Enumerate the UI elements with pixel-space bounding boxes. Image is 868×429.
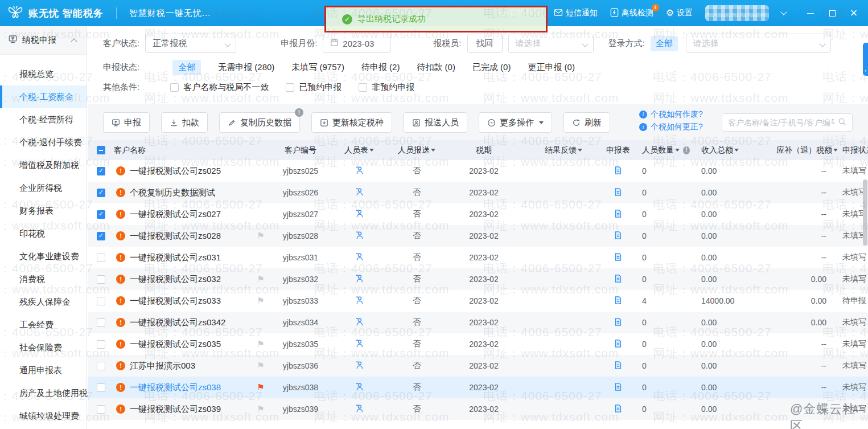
header-count[interactable]: 人员数量! [631,145,690,156]
table-row[interactable]: !个税复制历史数据测试⚑yjbszs026否2023-0200.00--未填写 [88,182,868,203]
row-checkbox[interactable] [97,383,105,392]
row-checkbox[interactable] [97,362,105,370]
sidebar-item-7[interactable]: 财务报表 [0,199,87,222]
person-report-icon[interactable] [355,295,364,307]
table-row[interactable]: !一键报税测试公司zs027⚑yjbszs027否2023-0200.00--未… [88,203,868,225]
person-report-icon[interactable] [355,230,364,242]
customer-name[interactable]: 一键报税测试公司zs025 [130,166,221,177]
form-doc-icon[interactable] [614,252,623,263]
sidebar-item-9[interactable]: 文化事业建设费 [0,245,87,268]
menu-item-3[interactable]: 离线检测! [610,8,653,19]
other-condition-3[interactable]: 非预约申报 [359,82,414,93]
status-tab-7[interactable]: 更正申报 (0) [528,62,575,73]
form-doc-icon[interactable] [614,274,623,285]
flag-icon[interactable]: ⚑ [257,382,264,393]
form-doc-icon[interactable] [614,296,623,307]
toolbar-button-1[interactable]: 申报 [103,112,150,133]
checkbox-icon[interactable] [359,83,367,92]
status-tab-2[interactable]: 无需申报 (280) [218,62,274,73]
sidebar-item-3[interactable]: 个税-经营所得 [0,108,87,131]
user-account-blurred[interactable] [705,5,769,21]
help-link-1[interactable]: i个税如何作废? [639,108,703,121]
table-row[interactable]: !一键报税测试公司zs035⚑yjbszs035否2023-0200.00--未… [88,333,868,355]
form-doc-icon[interactable] [614,231,623,242]
form-doc-icon[interactable] [614,209,623,220]
person-report-icon[interactable] [355,209,364,220]
search-input[interactable] [728,118,834,127]
person-report-icon[interactable] [355,338,364,350]
header-tax[interactable]: 应补（退）税额 [770,145,842,156]
sidebar-item-1[interactable]: 报税总览 [0,63,87,85]
vertical-scrollbar-thumb[interactable] [863,179,867,246]
report-month-picker[interactable]: 2023-03 [323,34,391,53]
customer-name[interactable]: 一键报税测试公司zs033 [130,296,221,307]
status-tab-1[interactable]: 全部 [172,60,201,75]
minimize-button[interactable] [802,5,819,22]
status-tab-6[interactable]: 已完成 (0) [472,62,511,73]
table-row[interactable]: !一键报税测试公司zs028⚑yjbszs028否2023-0200.00--未… [88,225,868,247]
header-feedback[interactable]: 结果反馈 [521,145,606,156]
customer-search[interactable] [722,113,853,132]
person-report-icon[interactable] [355,165,364,177]
header-check[interactable] [97,146,114,154]
flag-icon[interactable]: ⚑ [257,339,264,349]
flag-icon[interactable]: ⚑ [257,296,264,306]
operator-select[interactable]: 请选择 [508,34,594,53]
customer-name[interactable]: 一键报税测试公司zs039 [130,404,221,415]
row-checkbox[interactable] [97,340,105,349]
toolbar-button-3[interactable]: 复制历史数据! [219,112,300,133]
header-persons[interactable]: 人员表 [331,145,387,156]
person-report-icon[interactable] [355,360,364,371]
sidebar-item-16[interactable]: 城镇垃圾处理费 [0,405,87,427]
person-report-icon[interactable] [355,382,364,393]
person-report-icon[interactable] [355,403,364,415]
form-doc-icon[interactable] [614,382,623,393]
flag-icon[interactable]: ⚑ [257,361,264,371]
sidebar-item-4[interactable]: 个税-退付手续费 [0,131,87,154]
table-row[interactable]: !一键报税测试公司zs032⚑yjbszs032否2023-0200.000.0… [88,268,868,290]
customer-name[interactable]: 一键报税测试公司zs035 [130,339,221,350]
row-checkbox[interactable] [97,232,105,240]
close-button[interactable]: × [845,5,862,22]
form-doc-icon[interactable] [614,317,623,328]
sidebar-item-12[interactable]: 工会经费 [0,313,87,336]
row-checkbox[interactable] [97,210,105,219]
header-form[interactable]: 申报表 [606,145,631,156]
header-report[interactable]: 人员报送 [387,145,446,156]
toolbar-button-2[interactable]: 扣款 [161,112,208,133]
row-checkbox[interactable] [97,254,105,262]
header-name[interactable]: 客户名称 [114,145,252,156]
flag-icon[interactable]: ⚑ [257,231,264,241]
row-checkbox[interactable] [97,189,105,197]
checkbox-icon[interactable] [286,83,294,92]
form-doc-icon[interactable] [614,187,623,198]
table-row[interactable]: !一键报税测试公司zs0342⚑yjbszs034否2023-0200.000.… [88,312,868,333]
person-report-icon[interactable] [355,317,364,328]
sort-caret-icon[interactable] [369,149,374,152]
checkbox-icon[interactable] [170,83,179,92]
header-income[interactable]: 收入总额 [690,145,770,156]
help-link-2[interactable]: i个税如何更正? [639,121,703,133]
person-report-icon[interactable] [355,273,364,285]
form-doc-icon[interactable] [614,166,623,177]
status-tab-3[interactable]: 未填写 (9757) [291,62,344,73]
sidebar-item-11[interactable]: 残疾人保障金 [0,291,87,313]
column-info-icon[interactable]: ! [683,146,690,154]
person-report-icon[interactable] [355,252,364,263]
row-checkbox[interactable] [97,405,105,414]
row-checkbox[interactable] [97,297,105,305]
flag-icon[interactable]: ⚑ [257,274,264,284]
customer-name[interactable]: 一键报税测试公司zs028 [130,231,221,242]
sidebar-item-6[interactable]: 企业所得税 [0,177,87,199]
customer-name[interactable]: 个税复制历史数据测试 [130,187,215,198]
select-all-checkbox[interactable] [97,146,105,154]
customer-name[interactable]: 一键报税测试公司zs0342 [130,317,225,328]
sidebar-item-8[interactable]: 印花税 [0,222,87,245]
row-checkbox[interactable] [97,318,105,327]
person-report-icon[interactable] [355,187,364,198]
flag-icon[interactable]: ⚑ [257,404,264,414]
toolbar-button-5[interactable]: 报送人员 [404,112,467,133]
toolbar-button-6[interactable]: 更多操作 [479,112,552,133]
form-doc-icon[interactable] [614,339,623,350]
sidebar-item-5[interactable]: 增值税及附加税 [0,154,87,177]
